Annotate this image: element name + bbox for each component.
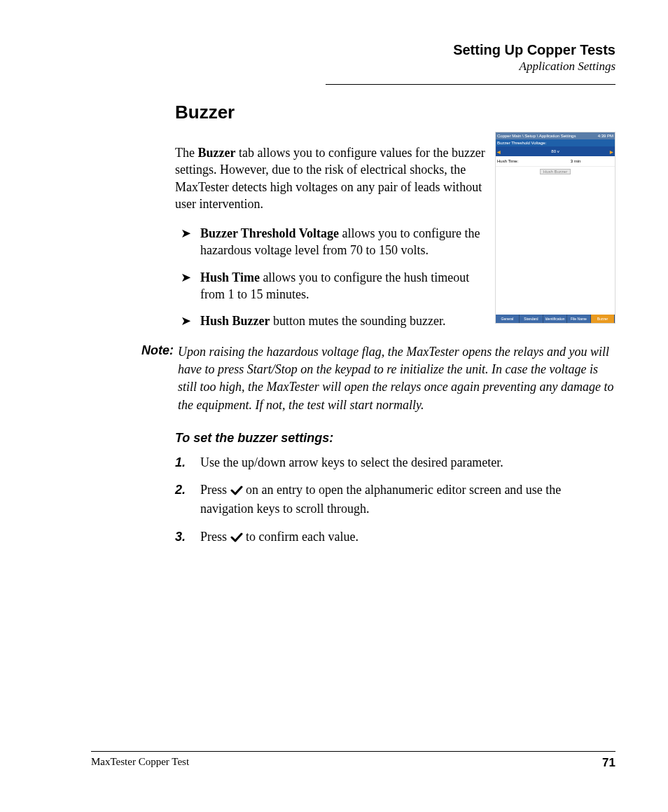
arrow-left-icon: ◀ — [497, 149, 501, 154]
procedure-step: Press on an entry to open the alphanumer… — [175, 481, 615, 518]
procedure-block: To set the buzzer settings: Use the up/d… — [175, 431, 615, 557]
ss-hush-button: Hush Buzzer — [540, 169, 571, 174]
content-area: Buzzer Copper Main \ Setup \ Application… — [175, 102, 615, 340]
note-text: Upon raising the hazardous voltage flag,… — [178, 343, 615, 414]
note-block: Note: Upon raising the hazardous voltage… — [126, 343, 615, 414]
section-heading: Buzzer — [175, 102, 615, 123]
feature-item: Hush Time allows you to configure the hu… — [175, 269, 615, 303]
note-label: Note: — [126, 343, 178, 414]
header-rule — [326, 84, 615, 85]
procedure-step: Use the up/down arrow keys to select the… — [175, 454, 615, 472]
step-text: Use the up/down arrow keys to select the… — [200, 455, 503, 469]
page: Setting Up Copper Tests Application Sett… — [0, 0, 668, 812]
step-text-pre: Press — [200, 530, 230, 544]
check-icon — [230, 483, 243, 500]
procedure-heading: To set the buzzer settings: — [175, 431, 615, 446]
check-icon — [230, 530, 243, 547]
chapter-subtitle: Application Settings — [453, 60, 615, 74]
footer-page-number: 71 — [602, 756, 615, 770]
step-text-post: to confirm each value. — [246, 530, 359, 544]
ss-value-bar: ◀ 80 v ▶ — [496, 146, 615, 156]
ss-hush-value: 3 min — [536, 159, 615, 163]
procedure-steps: Use the up/down arrow keys to select the… — [175, 454, 615, 547]
ss-hush-label: Hush Time: — [496, 159, 536, 163]
step-text-post: on an entry to open the alphanumeric edi… — [200, 483, 561, 516]
ss-field-label: Buzzer Threshold Voltage: — [496, 139, 615, 146]
page-footer: MaxTester Copper Test 71 — [91, 751, 615, 770]
ss-time: 4:39 PM — [598, 134, 613, 138]
step-text-pre: Press — [200, 483, 230, 497]
ss-field-value: 80 v — [551, 149, 559, 153]
feature-bold: Hush Time — [200, 270, 260, 284]
feature-bold: Buzzer Threshold Voltage — [200, 226, 339, 240]
intro-pre: The — [175, 146, 197, 160]
arrow-right-icon: ▶ — [610, 149, 613, 154]
running-header: Setting Up Copper Tests Application Sett… — [453, 42, 615, 74]
ss-breadcrumb: Copper Main \ Setup \ Application Settin… — [497, 134, 576, 138]
feature-item: Buzzer Threshold Voltage allows you to c… — [175, 225, 615, 259]
chapter-title: Setting Up Copper Tests — [453, 42, 615, 58]
ss-statusbar: Copper Main \ Setup \ Application Settin… — [496, 132, 615, 139]
ss-hush-row: Hush Time: 3 min — [496, 156, 615, 167]
feature-bold: Hush Buzzer — [200, 314, 270, 328]
feature-list: Buzzer Threshold Voltage allows you to c… — [175, 225, 615, 329]
procedure-step: Press to confirm each value. — [175, 528, 615, 547]
intro-bold: Buzzer — [197, 146, 235, 160]
intro-wrap: Copper Main \ Setup \ Application Settin… — [175, 132, 615, 340]
footer-doc-title: MaxTester Copper Test — [91, 756, 189, 770]
ss-button-row: Hush Buzzer — [496, 167, 615, 177]
feature-item: Hush Buzzer button mutes the sounding bu… — [175, 312, 615, 329]
feature-text: button mutes the sounding buzzer. — [270, 314, 446, 328]
